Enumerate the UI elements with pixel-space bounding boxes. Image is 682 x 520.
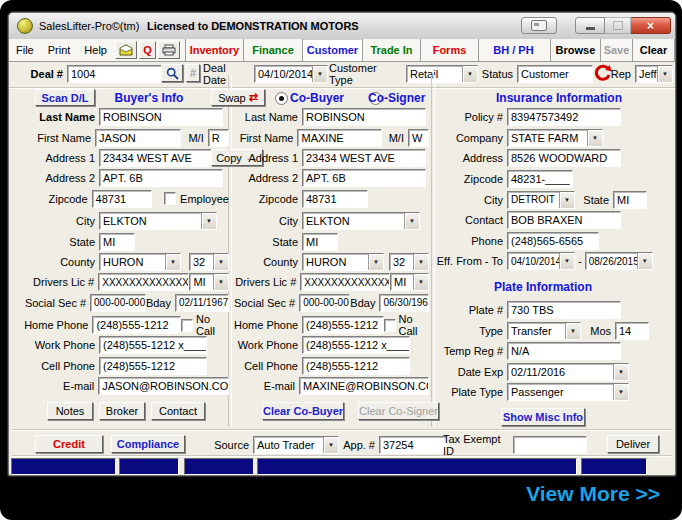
- buyer-drivers-lic-input[interactable]: XXXXXXXXXXXXXX: [98, 273, 189, 291]
- plate-type-select[interactable]: Passenger▼: [507, 383, 629, 401]
- buyer-ssn-input[interactable]: 000-00-0000: [90, 294, 146, 312]
- clear-cobuyer-button[interactable]: Clear Co-Buyer: [262, 402, 344, 420]
- chevron-down-icon[interactable]: ▼: [657, 66, 672, 82]
- buyer-home-phone-input[interactable]: (248)555-1212: [92, 316, 181, 334]
- buyer-work-phone-input[interactable]: (248)555-1212 x_____: [99, 336, 207, 354]
- print-tool-button[interactable]: [158, 41, 180, 59]
- tab-inventory[interactable]: Inventory: [185, 39, 243, 61]
- ins-address-input[interactable]: 8526 WOODWARD: [507, 149, 621, 167]
- customer-type-select[interactable]: Retail▼: [406, 65, 478, 83]
- plate-transfer-select[interactable]: Transfer▼: [507, 322, 581, 340]
- buyer-address2-input[interactable]: APT. 6B: [99, 169, 223, 187]
- tab-bhph[interactable]: BH / PH: [478, 39, 548, 61]
- buyer-cell-phone-input[interactable]: (248)555-1212: [99, 357, 207, 375]
- ins-state-input[interactable]: MI: [613, 191, 647, 209]
- chevron-down-icon[interactable]: ▼: [323, 437, 338, 453]
- chevron-down-icon[interactable]: ▼: [413, 274, 428, 290]
- contact-button[interactable]: Contact: [151, 402, 205, 420]
- cobuyer-last-name-input[interactable]: ROBINSON: [302, 108, 426, 126]
- ins-zipcode-input[interactable]: 48231-____: [507, 170, 573, 188]
- deal-date-select[interactable]: 04/10/2014▼: [254, 65, 328, 83]
- ins-phone-input[interactable]: (248)565-6565: [507, 232, 599, 250]
- mos-input[interactable]: 14: [615, 322, 649, 340]
- buyer-county-select[interactable]: HURON▼: [99, 253, 181, 271]
- buyer-dl-state-select[interactable]: MI▼: [189, 273, 229, 291]
- minimize-button[interactable]: [575, 17, 605, 34]
- chevron-down-icon[interactable]: ▼: [613, 384, 628, 400]
- close-button[interactable]: ×: [631, 17, 671, 34]
- company-select[interactable]: STATE FARM▼: [507, 129, 603, 147]
- no-call-checkbox[interactable]: [384, 319, 395, 332]
- tab-finance[interactable]: Finance: [243, 39, 302, 61]
- clear-button[interactable]: Clear: [632, 39, 675, 61]
- chevron-down-icon[interactable]: ▼: [404, 213, 419, 229]
- chevron-down-icon[interactable]: ▼: [213, 274, 228, 290]
- deal-search-button[interactable]: [161, 64, 183, 82]
- notes-button[interactable]: Notes: [47, 402, 93, 420]
- chevron-down-icon[interactable]: ▼: [368, 254, 383, 270]
- eff-from-select[interactable]: 04/10/2014▼: [507, 252, 575, 270]
- compliance-button[interactable]: Compliance: [111, 435, 185, 453]
- browse-button[interactable]: Browse: [550, 39, 600, 61]
- deliver-button[interactable]: Deliver: [607, 435, 659, 453]
- chevron-down-icon[interactable]: ▼: [559, 192, 574, 208]
- buyer-state-input[interactable]: MI: [99, 233, 135, 251]
- deal-number-input[interactable]: 1004: [67, 65, 163, 83]
- chevron-down-icon[interactable]: ▼: [462, 66, 477, 82]
- scan-dl-button[interactable]: Scan D/L: [35, 89, 95, 106]
- buyer-first-name-input[interactable]: JASON: [95, 129, 181, 147]
- cobuyer-bday-input[interactable]: 06/30/1965: [379, 294, 429, 312]
- no-call-checkbox[interactable]: [181, 319, 193, 332]
- cobuyer-drivers-lic-input[interactable]: XXXXXXXXXXXXXX: [300, 273, 390, 291]
- cobuyer-home-phone-input[interactable]: (248)555-1212: [302, 316, 384, 334]
- tab-customer[interactable]: Customer: [302, 39, 362, 61]
- chevron-down-icon[interactable]: ▼: [165, 254, 180, 270]
- date-exp-select[interactable]: 02/11/2016▼: [507, 363, 629, 381]
- clear-cosigner-button[interactable]: Clear Co-Signer: [358, 402, 439, 420]
- rep-select[interactable]: Jeff▼: [635, 65, 673, 83]
- co-buyer-radio[interactable]: [275, 92, 288, 105]
- cobuyer-work-phone-input[interactable]: (248)555-1212 x_____: [302, 336, 410, 354]
- buyer-county-code-select[interactable]: 32▼: [189, 253, 229, 271]
- source-select[interactable]: Auto Trader▼: [253, 436, 339, 454]
- deal-hash-button[interactable]: #: [186, 64, 200, 82]
- scan-tool-button[interactable]: [115, 41, 137, 59]
- tab-forms[interactable]: Forms: [420, 39, 478, 61]
- buyer-last-name-input[interactable]: ROBINSON: [99, 108, 223, 126]
- buyer-city-select[interactable]: ELKTON▼: [99, 212, 217, 230]
- menu-file[interactable]: File: [9, 39, 41, 61]
- cobuyer-email-input[interactable]: MAXINE@ROBINSON.COM: [299, 377, 429, 395]
- buyer-zipcode-input[interactable]: 48731: [92, 190, 153, 208]
- show-misc-info-button[interactable]: Show Misc Info: [501, 408, 585, 426]
- menu-print[interactable]: Print: [41, 39, 78, 61]
- tab-trade-in[interactable]: Trade In: [362, 39, 420, 61]
- chevron-down-icon[interactable]: ▼: [613, 364, 628, 380]
- broker-button[interactable]: Broker: [99, 402, 145, 420]
- cobuyer-city-select[interactable]: ELKTON▼: [302, 212, 420, 230]
- chevron-down-icon[interactable]: ▼: [312, 66, 327, 82]
- buyer-bday-input[interactable]: 02/11/1967: [175, 294, 229, 312]
- save-button[interactable]: Save: [600, 39, 632, 61]
- policy-input[interactable]: 83947573492: [507, 108, 621, 126]
- cobuyer-address2-input[interactable]: APT. 6B: [302, 169, 426, 187]
- ins-contact-input[interactable]: BOB BRAXEN: [507, 211, 621, 229]
- cobuyer-first-name-input[interactable]: MAXINE: [297, 129, 381, 147]
- eff-to-select[interactable]: 08/26/2015▼: [585, 252, 653, 270]
- chevron-down-icon[interactable]: ▼: [413, 254, 428, 270]
- cobuyer-cell-phone-input[interactable]: (248)555-1212: [302, 357, 410, 375]
- buyer-email-input[interactable]: JASON@ROBINSON.COM: [98, 377, 229, 395]
- credit-button[interactable]: Credit: [35, 435, 103, 453]
- cobuyer-dl-state-select[interactable]: MI▼: [390, 273, 429, 291]
- menu-help[interactable]: Help: [77, 39, 114, 61]
- ins-city-select[interactable]: DETROIT▼: [507, 191, 575, 209]
- chevron-down-icon[interactable]: ▼: [587, 130, 602, 146]
- temp-reg-input[interactable]: N/A: [507, 342, 621, 360]
- window-extra-button[interactable]: [521, 17, 557, 34]
- app-number-input[interactable]: 37254: [379, 436, 447, 454]
- maximize-button[interactable]: [605, 17, 631, 34]
- plate-number-input[interactable]: 730 TBS: [507, 301, 621, 319]
- employee-checkbox[interactable]: [164, 192, 176, 205]
- cobuyer-county-code-select[interactable]: 32▼: [389, 253, 429, 271]
- cobuyer-state-input[interactable]: MI: [302, 233, 338, 251]
- chevron-down-icon[interactable]: ▼: [213, 254, 228, 270]
